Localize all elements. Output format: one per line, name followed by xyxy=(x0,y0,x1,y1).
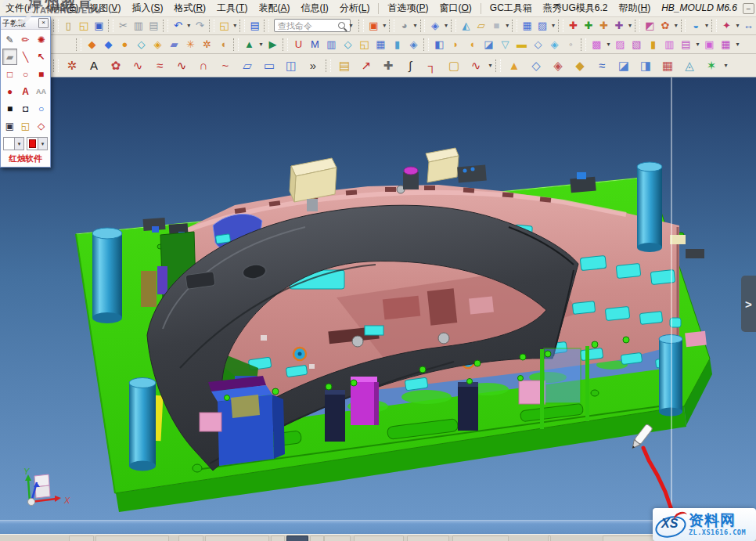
annotation-palette[interactable]: 子教鞭 × ✎✏✺▰╲↖□○■●AAA■◘○▣◱◇ ▾▾ 红烛软件 xyxy=(0,16,51,168)
toolbar-grip[interactable] xyxy=(495,60,501,72)
taskbar-item[interactable] xyxy=(407,536,449,541)
menu-item-information[interactable]: 信息(I) xyxy=(295,0,333,16)
offset-face-icon[interactable]: ▩ xyxy=(589,36,605,53)
dot-icon[interactable]: ◦ xyxy=(563,36,579,53)
trim-body-icon[interactable]: ◪ xyxy=(481,36,497,53)
menu-item-file[interactable]: 文件(F) xyxy=(0,0,41,16)
unite-icon[interactable]: ◧ xyxy=(431,36,448,53)
combo-dropdown-icon[interactable]: ▾ xyxy=(14,138,23,150)
round-tool[interactable]: ● xyxy=(2,83,17,99)
taskbar-item-active[interactable] xyxy=(286,536,308,541)
csys-icon[interactable]: ✚ xyxy=(611,17,626,34)
offset-curve-icon[interactable]: ▢ xyxy=(443,56,465,76)
menu-item-format[interactable]: 格式(R) xyxy=(168,0,211,16)
toolbar-grip[interactable] xyxy=(53,60,59,72)
text-icon[interactable]: A xyxy=(83,56,105,76)
pane-icon[interactable]: ■ xyxy=(489,17,504,34)
open-annotation-tool[interactable]: ◱ xyxy=(18,117,33,134)
spline-icon[interactable]: ∿ xyxy=(127,56,149,76)
color-wheel-icon[interactable]: ✶ xyxy=(700,56,722,76)
toolbar-grip[interactable] xyxy=(635,20,640,32)
menu-item-yanxiu-ug-mold[interactable]: 燕秀UG模具6.2 xyxy=(538,0,614,16)
section-curve-icon[interactable]: ∫ xyxy=(399,56,421,76)
thicken-icon[interactable]: ▮ xyxy=(645,36,661,53)
dropdown-caret-icon[interactable]: ▾ xyxy=(443,18,449,34)
offset-surface-icon[interactable]: ◪ xyxy=(613,56,635,76)
toolbar-grip[interactable] xyxy=(451,20,456,32)
arrow-tool[interactable]: ↖ xyxy=(34,49,49,65)
patch-icon[interactable]: ▧ xyxy=(628,36,645,53)
taskbar-item[interactable] xyxy=(205,536,269,541)
menu-item-edit[interactable]: 编辑(E) xyxy=(41,0,84,16)
object-display-icon[interactable]: ✿ xyxy=(657,17,672,34)
blackboard-tool[interactable]: ■ xyxy=(2,100,17,117)
dropdown-caret-icon[interactable]: ▾ xyxy=(722,58,729,74)
draft-icon[interactable]: ◈ xyxy=(546,36,563,53)
ruled-icon[interactable]: ◫ xyxy=(280,56,302,76)
pad-icon[interactable]: ◇ xyxy=(340,36,356,53)
menu-item-view[interactable]: 视图(V) xyxy=(84,0,126,16)
diamond-tool[interactable]: ◇ xyxy=(34,117,49,134)
taskbar-item[interactable] xyxy=(354,536,404,541)
taskbar-item[interactable] xyxy=(95,536,169,541)
project-curve-icon[interactable]: ↗ xyxy=(355,56,377,76)
ellipse-tool[interactable]: ○ xyxy=(18,66,33,82)
dropdown-caret-icon[interactable]: ▾ xyxy=(381,18,387,34)
intersect-curve-icon[interactable]: ✚ xyxy=(377,56,399,76)
undo-icon[interactable]: ↶ xyxy=(171,17,185,34)
open-icon[interactable]: ◱ xyxy=(76,17,91,34)
toolbar-grip[interactable] xyxy=(681,20,686,32)
redo-icon[interactable]: ↷ xyxy=(192,17,207,34)
swept-icon[interactable]: ◇ xyxy=(525,56,547,76)
studio-spline-icon[interactable]: ≈ xyxy=(149,56,171,76)
toolbar-grip[interactable] xyxy=(512,20,517,32)
bounded-plane-icon[interactable]: ▭ xyxy=(258,56,280,76)
new-file-icon[interactable]: ▯ xyxy=(61,17,76,34)
extract-curve-icon[interactable]: ▤ xyxy=(333,56,355,76)
dropdown-caret-icon[interactable]: ▾ xyxy=(487,58,494,74)
fit-view-icon[interactable]: ▣ xyxy=(366,17,381,34)
measure-icon[interactable]: ✦ xyxy=(719,17,734,34)
sphere-icon[interactable]: ● xyxy=(117,36,133,53)
line-width-combo[interactable]: ▾ xyxy=(3,137,24,150)
isometric-view-icon[interactable]: ◈ xyxy=(427,17,442,34)
dropdown-caret-icon[interactable]: ▾ xyxy=(232,18,238,34)
rib-icon[interactable]: ◱ xyxy=(356,36,373,53)
brush-tool[interactable]: ✏ xyxy=(18,31,33,48)
cylinder-icon[interactable]: ▮ xyxy=(389,36,405,53)
paste-icon[interactable]: ▤ xyxy=(146,17,161,34)
dropdown-caret-icon[interactable]: ▾ xyxy=(734,18,740,34)
mold-assembly-scene[interactable]: Y X xyxy=(0,78,756,520)
sew-icon[interactable]: ▨ xyxy=(612,36,628,53)
edit-display-icon[interactable]: ◩ xyxy=(643,17,657,34)
spray-tool[interactable]: ✺ xyxy=(34,31,49,48)
block-icon[interactable]: ◈ xyxy=(149,36,166,53)
toolbar-grip[interactable] xyxy=(108,20,113,32)
zoom-tool[interactable]: ○ xyxy=(34,100,49,117)
menu-item-help[interactable]: 帮助(H) xyxy=(614,0,657,16)
pen-color-combo[interactable]: ▾ xyxy=(27,137,48,150)
filled-rect-tool[interactable]: ■ xyxy=(34,66,49,82)
taskbar[interactable] xyxy=(0,534,756,541)
menu-item-tools[interactable]: 工具(T) xyxy=(211,0,253,16)
open-recent-icon[interactable]: ◱ xyxy=(217,17,232,34)
orient-view-icon[interactable]: ◭ xyxy=(459,17,473,34)
taskbar-item[interactable] xyxy=(69,536,94,541)
toolbar-grip[interactable] xyxy=(358,20,364,32)
toolbar-grip[interactable] xyxy=(264,20,269,32)
sew-sheet-icon[interactable]: ◬ xyxy=(679,56,700,76)
toolbar-grip[interactable] xyxy=(53,20,59,32)
shell-icon[interactable]: ▦ xyxy=(373,36,389,53)
toolbar-grip[interactable] xyxy=(558,20,563,32)
resource-bar-flyout[interactable]: > xyxy=(741,276,756,332)
snap-point-icon[interactable]: ✚ xyxy=(596,17,611,34)
cone-icon[interactable]: ◇ xyxy=(133,36,149,53)
four-point-surface-icon[interactable]: ▲ xyxy=(503,56,525,76)
dropdown-caret-icon[interactable]: ▾ xyxy=(412,18,418,34)
toolbar-grip[interactable] xyxy=(76,38,81,51)
n-sided-icon[interactable]: ◆ xyxy=(569,56,591,76)
menu-item-gc-toolbox[interactable]: GC工具箱 xyxy=(484,0,538,16)
menu-item-window[interactable]: 窗口(O) xyxy=(434,0,477,16)
rect-tool[interactable]: □ xyxy=(2,66,17,82)
sheet-view-icon[interactable]: ▱ xyxy=(473,17,488,34)
